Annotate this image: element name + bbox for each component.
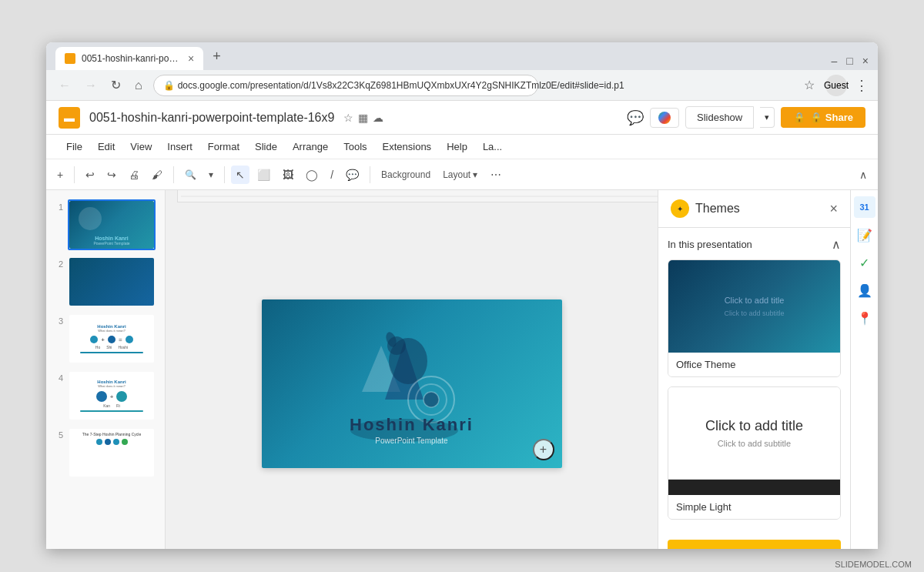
app-title: 0051-hoshin-kanri-powerpoint-template-16… <box>89 111 334 125</box>
thumb5-circles <box>96 439 128 445</box>
menu-insert[interactable]: Insert <box>159 138 200 156</box>
import-theme-button[interactable]: Import theme <box>668 540 841 549</box>
zoom-label[interactable]: ▾ <box>204 166 218 183</box>
thumb3-eq: = <box>119 336 122 343</box>
menu-extensions[interactable]: Extensions <box>375 138 440 156</box>
slide-subtitle[interactable]: PowerPoint Template <box>262 437 562 445</box>
thumb2-preview <box>69 258 154 306</box>
thumb3-sub: What does it mean? <box>98 329 126 333</box>
star-icon[interactable]: ☆ <box>343 112 353 124</box>
address-bar-input[interactable]: 🔒 docs.google.com/presentation/d/1Vs8x22… <box>153 75 538 96</box>
slide-thumb-4[interactable]: 4 Hoshin Kanri What does it mean? + K <box>46 367 165 424</box>
people-icon[interactable]: 👤 <box>854 279 875 301</box>
slide-image-2[interactable] <box>68 256 156 307</box>
slide-thumb-2[interactable]: 2 <box>46 253 165 310</box>
thumb3-circle3 <box>126 336 133 343</box>
menu-format[interactable]: Format <box>200 138 247 156</box>
thumb3-row: + = <box>90 336 132 343</box>
forward-button[interactable]: → <box>82 75 100 95</box>
notes-icon[interactable]: 📝 <box>854 224 875 246</box>
paintformat-button[interactable]: 🖌 <box>147 166 167 184</box>
minimize-button[interactable]: – <box>832 55 838 67</box>
slide-main-title[interactable]: Hoshin Kanri <box>262 415 562 435</box>
menu-help[interactable]: Help <box>439 138 475 156</box>
menu-la[interactable]: La... <box>475 138 510 156</box>
slide-number-1: 1 <box>52 199 63 212</box>
slide-add-button[interactable]: + <box>533 439 554 460</box>
slide-thumb-3[interactable]: 3 Hoshin Kanri What does it mean? + = <box>46 310 165 367</box>
maps-icon[interactable]: 📍 <box>854 307 875 329</box>
menu-file[interactable]: File <box>59 138 90 156</box>
reload-button[interactable]: ↻ <box>108 75 124 95</box>
themes-section-toggle[interactable]: ∧ <box>832 237 841 252</box>
line-button[interactable]: / <box>326 166 338 184</box>
cloud-icon[interactable]: ☁ <box>373 112 383 124</box>
thumb4-sub: What does it mean? <box>98 384 126 388</box>
menu-tools[interactable]: Tools <box>336 138 374 156</box>
thumb4-row: + <box>96 391 128 402</box>
menu-view[interactable]: View <box>122 138 159 156</box>
slide-canvas[interactable]: Hoshin Kanri PowerPoint Template + <box>262 299 562 468</box>
themes-header: ✦ Themes × <box>658 190 850 228</box>
thumb3-plus1: + <box>101 336 105 343</box>
undo-button[interactable]: ↩ <box>81 166 99 184</box>
toolbar-divider1 <box>74 166 75 183</box>
home-button[interactable]: ⌂ <box>132 75 146 95</box>
themes-body: In this presentation ∧ Click to add titl… <box>658 228 850 532</box>
calendar-icon[interactable]: 31 <box>854 196 875 218</box>
toolbar-divider4 <box>370 166 370 183</box>
themes-title: Themes <box>695 202 829 216</box>
layout-button[interactable]: Layout ▾ <box>438 166 482 183</box>
slide-thumb-5[interactable]: 5 The 7-Step Hoshin Planning Cycle <box>46 424 165 481</box>
slide-image-1[interactable]: Hoshin Kanri PowerPoint Template <box>68 199 156 250</box>
toolbar-right: ∧ <box>855 166 872 184</box>
profile-button[interactable]: Guest <box>825 75 847 96</box>
new-tab-button[interactable]: + <box>206 49 227 65</box>
slide-thumb-1[interactable]: 1 Hoshin Kanri PowerPoint Template <box>46 196 165 253</box>
back-button[interactable]: ← <box>55 75 74 95</box>
comment-tool-button[interactable]: 💬 <box>341 166 363 184</box>
thumb3-circle2 <box>108 336 116 343</box>
more-tools-button[interactable]: ⋯ <box>486 166 506 184</box>
theme-card-simple-light[interactable]: Click to add title Click to add subtitle… <box>668 386 841 520</box>
zoom-button[interactable]: 🔍 <box>180 166 201 183</box>
background-button[interactable]: Background <box>377 166 435 183</box>
lock-icon: 🔒 <box>163 80 175 91</box>
share-button[interactable]: 🔒 🔒 Share <box>781 107 865 128</box>
browser-menu-button[interactable]: ⋮ <box>855 77 869 94</box>
menu-arrange[interactable]: Arrange <box>285 138 336 156</box>
slideshow-dropdown-button[interactable]: ▾ <box>760 107 775 128</box>
maximize-button[interactable]: □ <box>846 55 852 67</box>
slide-image-4[interactable]: Hoshin Kanri What does it mean? + Kan Ri <box>68 370 156 421</box>
collapse-toolbar-button[interactable]: ∧ <box>855 166 872 184</box>
menu-edit[interactable]: Edit <box>90 138 122 156</box>
slide-image-5[interactable]: The 7-Step Hoshin Planning Cycle <box>68 427 156 478</box>
bookmark-button[interactable]: ☆ <box>801 75 818 95</box>
select-button[interactable]: ↖ <box>231 166 249 184</box>
tasks-icon[interactable]: ✓ <box>854 252 875 273</box>
print-button[interactable]: 🖨 <box>124 166 144 184</box>
tab-close-btn[interactable]: × <box>188 52 194 65</box>
meet-button[interactable] <box>650 108 679 128</box>
textbox-button[interactable]: ⬜ <box>253 166 275 184</box>
theme-card-office[interactable]: Click to add title Click to add subtitle… <box>668 259 841 377</box>
url-text: docs.google.com/presentation/d/1Vs8x22C3… <box>178 80 624 91</box>
theme-preview-dark: Click to add title Click to add subtitle <box>668 260 840 353</box>
close-button[interactable]: × <box>862 55 869 67</box>
slideshow-button[interactable]: Slideshow <box>685 106 754 129</box>
slide-image-3[interactable]: Hoshin Kanri What does it mean? + = Ho <box>68 313 156 364</box>
redo-button[interactable]: ↪ <box>102 166 121 184</box>
image-button[interactable]: 🖼 <box>278 166 298 184</box>
thumb5-preview: The 7-Step Hoshin Planning Cycle <box>69 429 154 477</box>
ruler-corner <box>166 190 178 202</box>
theme1-text2: Click to add subtitle <box>724 309 784 317</box>
canvas-area: Hoshin Kanri PowerPoint Template + <box>166 190 658 549</box>
comment-button[interactable]: 💬 <box>627 109 644 126</box>
menu-slide[interactable]: Slide <box>247 138 285 156</box>
thumb1-decoration <box>79 207 102 230</box>
themes-close-button[interactable]: × <box>829 201 838 217</box>
insert-button[interactable]: + <box>52 166 68 184</box>
drive-icon[interactable]: ▦ <box>358 112 368 124</box>
shape-button[interactable]: ◯ <box>301 166 323 184</box>
browser-tab[interactable]: 0051-hoshin-kanri-powerpoint-t... × <box>55 47 203 70</box>
